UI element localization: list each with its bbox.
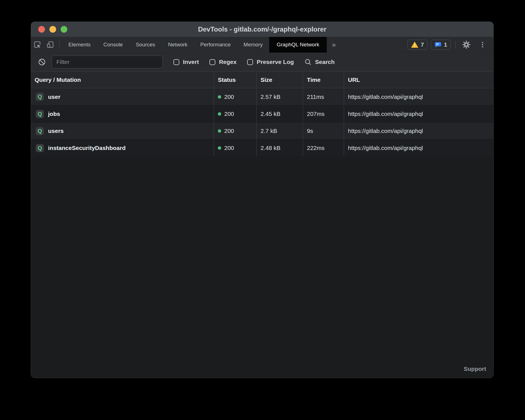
query-name: jobs [48,111,60,117]
request-time: 211ms [307,94,324,100]
devtools-tab-bar: Elements Console Sources Network Perform… [31,37,493,52]
more-options-button[interactable] [476,41,489,48]
request-url: https://gitlab.com/api/graphql [348,145,423,151]
settings-button[interactable] [460,40,473,49]
search-icon [304,58,312,66]
devtools-window: DevTools - gitlab.com/-/graphql-explorer… [31,22,494,378]
regex-label: Regex [219,59,237,65]
badge-separator [455,41,455,49]
speech-bubble-icon [435,41,442,48]
status-ok-dot [218,146,221,150]
query-name: users [48,128,64,134]
empty-request-area: Support [31,156,493,378]
inspect-cursor-icon [34,41,41,49]
more-tabs-button[interactable]: » [327,37,341,52]
column-header-status[interactable]: Status [214,71,256,88]
preserve-log-checkbox[interactable] [247,59,253,65]
column-header-query-mutation[interactable]: Query / Mutation [31,71,214,88]
support-link[interactable]: Support [464,366,486,372]
request-size: 2.57 kB [261,94,280,100]
tab-console[interactable]: Console [97,37,129,52]
filter-input[interactable] [52,56,163,68]
column-header-size[interactable]: Size [256,71,303,88]
query-name: user [48,94,60,100]
request-size: 2.48 kB [261,145,280,151]
window-title: DevTools - gitlab.com/-/graphql-explorer [198,25,326,33]
filter-toolbar: Invert Regex Preserve Log Search [31,52,493,71]
warning-triangle-icon [411,42,418,48]
invert-label: Invert [183,59,199,65]
request-time: 207ms [307,111,324,117]
warnings-badge[interactable]: 7 [407,40,428,50]
tab-memory[interactable]: Memory [237,37,269,52]
vertical-dots-icon [479,41,486,48]
table-header: Query / Mutation Status Size Time URL [31,71,493,88]
search-label: Search [315,59,335,65]
query-name: instanceSecurityDashboard [48,145,126,151]
preserve-log-checkbox-group[interactable]: Preserve Log [247,59,294,65]
inspect-element-button[interactable] [31,37,44,52]
invert-checkbox[interactable] [173,59,179,65]
column-header-url[interactable]: URL [344,71,493,88]
tab-elements[interactable]: Elements [62,37,97,52]
tab-performance[interactable]: Performance [194,37,237,52]
query-type-badge: Q [36,144,44,152]
table-row[interactable]: Q instanceSecurityDashboard 200 2.48 kB … [31,139,493,156]
query-type-badge: Q [36,127,44,135]
request-url: https://gitlab.com/api/graphql [348,94,423,100]
minimize-window-button[interactable] [49,26,56,33]
messages-badge[interactable]: 1 [431,40,451,50]
close-window-button[interactable] [38,26,45,33]
table-row[interactable]: Q jobs 200 2.45 kB 207ms https://gitlab.… [31,105,493,122]
table-row[interactable]: Q users 200 2.7 kB 9s https://gitlab.com… [31,122,493,139]
request-time: 9s [307,128,313,134]
request-size: 2.45 kB [261,111,280,117]
device-toolbar-icon [46,41,54,49]
request-url: https://gitlab.com/api/graphql [348,128,423,134]
regex-checkbox[interactable] [209,59,215,65]
tab-network[interactable]: Network [162,37,194,52]
query-type-badge: Q [36,93,44,101]
status-code: 200 [224,111,234,117]
invert-checkbox-group[interactable]: Invert [173,59,199,65]
preserve-log-label: Preserve Log [257,59,294,65]
request-size: 2.7 kB [261,128,277,134]
ban-circle-icon [38,58,46,66]
status-code: 200 [224,128,234,134]
status-ok-dot [218,95,221,99]
table-row[interactable]: Q user 200 2.57 kB 211ms https://gitlab.… [31,88,493,105]
status-code: 200 [224,94,234,100]
status-ok-dot [218,129,221,133]
title-bar: DevTools - gitlab.com/-/graphql-explorer [31,22,493,37]
query-type-badge: Q [36,110,44,118]
column-header-time[interactable]: Time [303,71,344,88]
regex-checkbox-group[interactable]: Regex [209,59,237,65]
toggle-device-toolbar-button[interactable] [44,37,57,52]
search-button[interactable]: Search [304,58,335,66]
zoom-window-button[interactable] [61,26,67,33]
tabbar-separator [59,40,59,49]
request-list: Q user 200 2.57 kB 211ms https://gitlab.… [31,88,493,156]
traffic-lights [38,22,67,37]
chevron-double-right-icon: » [332,40,336,49]
request-time: 222ms [307,145,324,151]
clear-requests-button[interactable] [38,58,46,66]
tab-graphql-network[interactable]: GraphQL Network [269,37,327,52]
status-code: 200 [224,145,234,151]
warnings-count: 7 [421,42,424,48]
status-ok-dot [218,112,221,116]
gear-icon [462,40,471,49]
tabbar-right-controls: 7 1 [407,37,493,52]
messages-count: 1 [444,42,447,48]
request-url: https://gitlab.com/api/graphql [348,111,423,117]
tab-sources[interactable]: Sources [129,37,162,52]
